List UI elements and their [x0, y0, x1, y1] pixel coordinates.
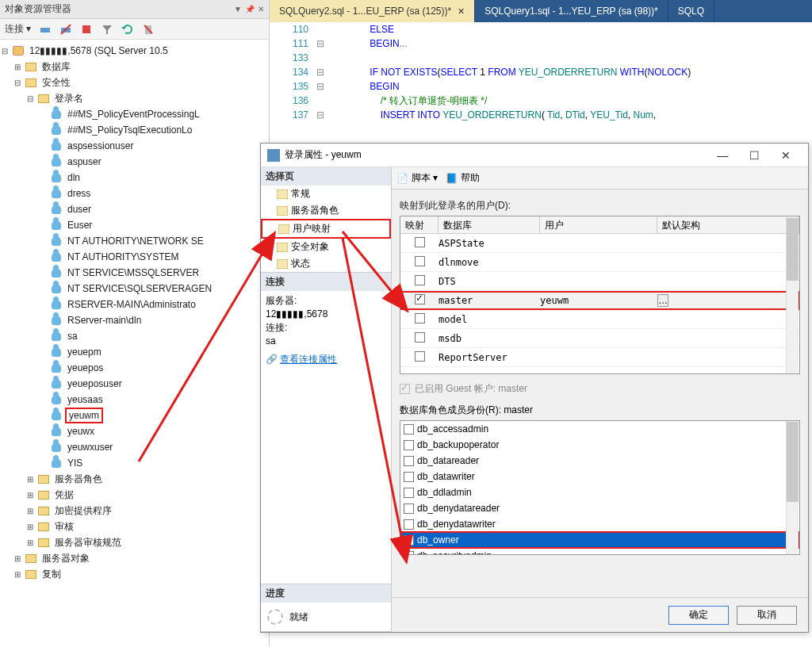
role-checkbox[interactable] [404, 440, 414, 450]
login-NT-SERVICE-MSSQLSERVER[interactable]: NT SERVICE\MSSQLSERVER [0, 265, 269, 281]
server-node[interactable]: ⊟12▮▮▮▮▮,5678 (SQL Server 10.5 [0, 43, 269, 59]
mapping-row-dlnmove[interactable]: dlnmove [400, 253, 799, 272]
replication-folder[interactable]: ⊞复制 [0, 566, 269, 582]
dropdown-icon[interactable]: ▼ [234, 5, 242, 13]
page-安全对象[interactable]: 安全对象 [261, 239, 391, 255]
role-checkbox[interactable] [404, 503, 414, 514]
mapping-row-msdb[interactable]: msdb [400, 329, 799, 348]
page-服务器角色[interactable]: 服务器角色 [261, 202, 391, 219]
editor-tab-2[interactable]: SQLQ [668, 0, 714, 22]
login-NT-AUTHORITY-NETWORK-SE[interactable]: NT AUTHORITY\NETWORK SE [0, 233, 269, 249]
mapping-row-master[interactable]: masteryeuwm… [400, 291, 799, 310]
login-duser[interactable]: duser [0, 201, 269, 217]
login-sa[interactable]: sa [0, 328, 269, 344]
mapping-row-ASPState[interactable]: ASPState [400, 234, 799, 253]
login-yeusaas[interactable]: yeusaas [0, 392, 269, 408]
role-db_datareader[interactable]: db_datareader [400, 453, 799, 469]
login-NT-AUTHORITY-SYSTEM[interactable]: NT AUTHORITY\SYSTEM [0, 249, 269, 265]
role-checkbox[interactable] [404, 535, 414, 546]
col-database[interactable]: 数据库 [439, 216, 540, 233]
dialog-titlebar[interactable]: 登录属性 - yeuwm — ☐ ✕ [261, 144, 808, 167]
cancel-button[interactable]: 取消 [737, 606, 797, 625]
login-yeuepos[interactable]: yeuepos [0, 360, 269, 376]
connect-dropdown[interactable]: 连接 ▾ [5, 22, 31, 36]
delete-icon[interactable] [142, 23, 155, 36]
col-schema[interactable]: 默认架构 [657, 216, 799, 233]
login-Euser[interactable]: Euser [0, 217, 269, 233]
roles-scrollbar[interactable] [786, 421, 799, 554]
login-yeuwm[interactable]: yeuwm [0, 408, 269, 423]
credentials-folder[interactable]: ⊞凭据 [0, 487, 269, 503]
role-db_backupoperator[interactable]: db_backupoperator [400, 437, 799, 453]
security-folder[interactable]: ⊟安全性 [0, 75, 269, 90]
databases-folder[interactable]: ⊞数据库 [0, 59, 269, 75]
script-dropdown[interactable]: 脚本 ▾ [412, 171, 438, 185]
tab-close-icon[interactable]: ✕ [458, 6, 465, 17]
role-db_datawriter[interactable]: db_datawriter [400, 469, 799, 484]
audits-folder[interactable]: ⊞审核 [0, 519, 269, 534]
server-audit-specs-folder[interactable]: ⊞服务器审核规范 [0, 534, 269, 550]
mapping-row-model[interactable]: model [400, 310, 799, 329]
code-area[interactable]: 110111133134135136137 ⊟ ⊟⊟ ⊟ ELSE BEGIN.… [270, 22, 812, 143]
login-yeuwx[interactable]: yeuwx [0, 423, 269, 439]
help-button[interactable]: 帮助 [461, 171, 480, 185]
logins-folder[interactable]: ⊟登录名 [0, 90, 269, 106]
login---MS-PolicyEventProcessingL[interactable]: ##MS_PolicyEventProcessingL [0, 106, 269, 122]
mapping-row-ReportServer[interactable]: ReportServer [400, 348, 799, 367]
role-db_securityadmin[interactable]: db_securityadmin [400, 548, 799, 555]
pin-icon[interactable]: 📌 [245, 5, 255, 13]
close-button[interactable]: ✕ [770, 149, 802, 162]
crypto-providers-folder[interactable]: ⊞加密提供程序 [0, 503, 269, 519]
role-db_accessadmin[interactable]: db_accessadmin [400, 421, 799, 437]
map-checkbox[interactable] [415, 256, 425, 266]
role-checkbox[interactable] [404, 519, 414, 530]
login-dln[interactable]: dln [0, 170, 269, 186]
role-db_denydatawriter[interactable]: db_denydatawriter [400, 516, 799, 532]
map-checkbox[interactable] [415, 351, 425, 362]
login-YIS[interactable]: YIS [0, 455, 269, 471]
schema-browse-button[interactable]: … [657, 294, 668, 307]
login-RServer-main-dln[interactable]: RServer-main\dln [0, 312, 269, 328]
col-user[interactable]: 用户 [540, 216, 657, 233]
ok-button[interactable]: 确定 [668, 606, 729, 625]
login---MS-PolicyTsqlExecutionLo[interactable]: ##MS_PolicyTsqlExecutionLo [0, 122, 269, 138]
page-常规[interactable]: 常规 [261, 186, 391, 202]
close-icon[interactable]: ✕ [258, 5, 264, 13]
connect-icon[interactable] [39, 23, 52, 36]
view-connection-link[interactable]: 查看连接属性 [280, 354, 337, 365]
role-db_ddladmin[interactable]: db_ddladmin [400, 484, 799, 500]
code-text[interactable]: ELSE BEGIN... IF NOT EXISTS(SELECT 1 FRO… [327, 22, 812, 143]
map-checkbox[interactable] [415, 237, 425, 247]
editor-tab-0[interactable]: SQLQuery2.sql - 1...EU_ERP (sa (125))*✕ [270, 0, 475, 22]
user-mapping-grid[interactable]: 映射 数据库 用户 默认架构 ASPStatedlnmoveDTSmastery… [400, 216, 800, 374]
map-checkbox[interactable] [415, 275, 425, 285]
grid-scrollbar[interactable] [786, 216, 799, 373]
page-状态[interactable]: 状态 [261, 255, 391, 272]
map-checkbox[interactable] [415, 332, 425, 343]
refresh-icon[interactable] [121, 23, 134, 36]
server-objects-folder[interactable]: ⊞服务器对象 [0, 550, 269, 566]
object-tree[interactable]: ⊟12▮▮▮▮▮,5678 (SQL Server 10.5⊞数据库⊟安全性⊟登… [0, 40, 269, 647]
maximize-button[interactable]: ☐ [738, 149, 770, 162]
login-yeuepm[interactable]: yeuepm [0, 344, 269, 360]
login-NT-SERVICE-SQLSERVERAGEN[interactable]: NT SERVICE\SQLSERVERAGEN [0, 281, 269, 297]
filter-icon[interactable] [101, 23, 113, 36]
role-checkbox[interactable] [404, 472, 414, 482]
page-用户映射[interactable]: 用户映射 [261, 219, 391, 239]
role-checkbox[interactable] [404, 456, 414, 466]
role-db_owner[interactable]: db_owner [400, 532, 799, 548]
login-yeueposuser[interactable]: yeueposuser [0, 376, 269, 392]
col-map[interactable]: 映射 [400, 216, 439, 233]
login-RSERVER-MAIN-Administrato[interactable]: RSERVER-MAIN\Administrato [0, 297, 269, 312]
role-checkbox[interactable] [404, 424, 414, 435]
map-checkbox[interactable] [415, 294, 425, 304]
fold-column[interactable]: ⊟ ⊟⊟ ⊟ [313, 22, 327, 143]
login-dress[interactable]: dress [0, 186, 269, 201]
map-checkbox[interactable] [415, 313, 425, 324]
role-checkbox[interactable] [404, 551, 414, 556]
editor-tab-1[interactable]: SQLQuery1.sql - 1...YEU_ERP (sa (98))* [475, 0, 668, 22]
login-aspuser[interactable]: aspuser [0, 154, 269, 170]
server-roles-folder[interactable]: ⊞服务器角色 [0, 471, 269, 487]
mapping-row-DTS[interactable]: DTS [400, 272, 799, 291]
role-checkbox[interactable] [404, 488, 414, 498]
